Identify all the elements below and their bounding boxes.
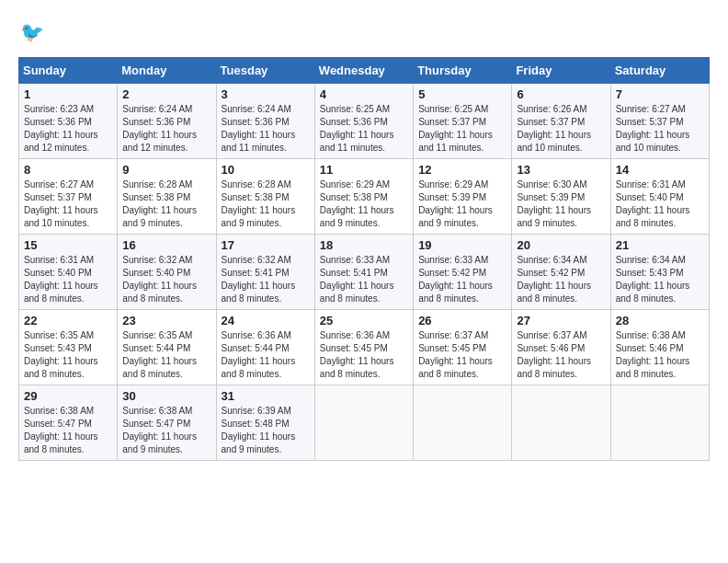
day-info: Sunrise: 6:38 AM Sunset: 5:46 PM Dayligh… (616, 329, 704, 381)
calendar-cell: 14 Sunrise: 6:31 AM Sunset: 5:40 PM Dayl… (610, 159, 709, 235)
day-number: 16 (122, 238, 210, 252)
calendar-cell (314, 385, 413, 461)
day-info: Sunrise: 6:38 AM Sunset: 5:47 PM Dayligh… (24, 405, 112, 456)
day-number: 20 (517, 238, 605, 252)
day-info: Sunrise: 6:29 AM Sunset: 5:38 PM Dayligh… (320, 178, 408, 230)
day-info: Sunrise: 6:25 AM Sunset: 5:36 PM Dayligh… (320, 103, 408, 155)
day-info: Sunrise: 6:23 AM Sunset: 5:36 PM Dayligh… (24, 103, 112, 155)
day-number: 4 (320, 87, 408, 101)
day-number: 12 (418, 163, 506, 177)
day-info: Sunrise: 6:33 AM Sunset: 5:41 PM Dayligh… (320, 254, 408, 305)
day-info: Sunrise: 6:27 AM Sunset: 5:37 PM Dayligh… (24, 178, 112, 230)
calendar-cell: 13 Sunrise: 6:30 AM Sunset: 5:39 PM Dayl… (512, 159, 610, 235)
day-number: 23 (122, 314, 210, 327)
day-header-sunday: Sunday (19, 58, 118, 84)
day-number: 28 (616, 314, 704, 327)
calendar-cell (610, 385, 709, 461)
calendar-cell: 15 Sunrise: 6:31 AM Sunset: 5:40 PM Dayl… (19, 235, 118, 310)
day-header-friday: Friday (512, 58, 610, 84)
day-number: 21 (616, 238, 704, 252)
day-info: Sunrise: 6:35 AM Sunset: 5:44 PM Dayligh… (122, 329, 210, 381)
day-number: 9 (122, 163, 210, 177)
calendar-cell: 25 Sunrise: 6:36 AM Sunset: 5:45 PM Dayl… (314, 310, 413, 385)
calendar-cell: 1 Sunrise: 6:23 AM Sunset: 5:36 PM Dayli… (19, 84, 118, 159)
day-number: 26 (418, 314, 506, 327)
calendar-week-1: 1 Sunrise: 6:23 AM Sunset: 5:36 PM Dayli… (19, 84, 710, 159)
day-number: 5 (418, 87, 506, 101)
day-info: Sunrise: 6:26 AM Sunset: 5:37 PM Dayligh… (517, 103, 605, 155)
day-header-thursday: Thursday (414, 58, 512, 84)
logo-icon: 🐦 (18, 18, 48, 48)
calendar-cell: 23 Sunrise: 6:35 AM Sunset: 5:44 PM Dayl… (118, 310, 216, 385)
calendar-cell: 30 Sunrise: 6:38 AM Sunset: 5:47 PM Dayl… (118, 385, 216, 461)
day-info: Sunrise: 6:24 AM Sunset: 5:36 PM Dayligh… (222, 103, 310, 155)
day-header-saturday: Saturday (610, 58, 709, 84)
calendar-cell: 28 Sunrise: 6:38 AM Sunset: 5:46 PM Dayl… (610, 310, 709, 385)
calendar-cell: 9 Sunrise: 6:28 AM Sunset: 5:38 PM Dayli… (118, 159, 216, 235)
day-info: Sunrise: 6:28 AM Sunset: 5:38 PM Dayligh… (122, 178, 210, 230)
day-number: 17 (222, 238, 310, 252)
day-info: Sunrise: 6:37 AM Sunset: 5:45 PM Dayligh… (418, 329, 506, 381)
day-number: 6 (517, 87, 605, 101)
day-info: Sunrise: 6:36 AM Sunset: 5:44 PM Dayligh… (222, 329, 310, 381)
day-info: Sunrise: 6:31 AM Sunset: 5:40 PM Dayligh… (24, 254, 112, 305)
calendar-cell: 2 Sunrise: 6:24 AM Sunset: 5:36 PM Dayli… (118, 84, 216, 159)
day-number: 11 (320, 163, 408, 177)
calendar-cell: 11 Sunrise: 6:29 AM Sunset: 5:38 PM Dayl… (314, 159, 413, 235)
day-info: Sunrise: 6:30 AM Sunset: 5:39 PM Dayligh… (517, 178, 605, 230)
day-number: 10 (222, 163, 310, 177)
calendar-cell: 6 Sunrise: 6:26 AM Sunset: 5:37 PM Dayli… (512, 84, 610, 159)
day-info: Sunrise: 6:31 AM Sunset: 5:40 PM Dayligh… (616, 178, 704, 230)
calendar-cell: 22 Sunrise: 6:35 AM Sunset: 5:43 PM Dayl… (19, 310, 118, 385)
day-number: 3 (222, 87, 310, 101)
day-number: 13 (517, 163, 605, 177)
day-info: Sunrise: 6:33 AM Sunset: 5:42 PM Dayligh… (418, 254, 506, 305)
day-number: 22 (24, 314, 112, 327)
calendar-cell: 5 Sunrise: 6:25 AM Sunset: 5:37 PM Dayli… (414, 84, 512, 159)
calendar-cell: 18 Sunrise: 6:33 AM Sunset: 5:41 PM Dayl… (314, 235, 413, 310)
logo: 🐦 (18, 18, 51, 48)
calendar-cell: 12 Sunrise: 6:29 AM Sunset: 5:39 PM Dayl… (414, 159, 512, 235)
day-info: Sunrise: 6:28 AM Sunset: 5:38 PM Dayligh… (222, 178, 310, 230)
day-info: Sunrise: 6:24 AM Sunset: 5:36 PM Dayligh… (122, 103, 210, 155)
calendar-week-2: 8 Sunrise: 6:27 AM Sunset: 5:37 PM Dayli… (19, 159, 710, 235)
calendar-cell: 20 Sunrise: 6:34 AM Sunset: 5:42 PM Dayl… (512, 235, 610, 310)
day-number: 24 (222, 314, 310, 327)
calendar-cell: 26 Sunrise: 6:37 AM Sunset: 5:45 PM Dayl… (414, 310, 512, 385)
day-header-monday: Monday (118, 58, 216, 84)
day-info: Sunrise: 6:27 AM Sunset: 5:37 PM Dayligh… (616, 103, 704, 155)
calendar-table: SundayMondayTuesdayWednesdayThursdayFrid… (18, 57, 710, 461)
day-number: 1 (24, 87, 112, 101)
day-number: 15 (24, 238, 112, 252)
day-number: 25 (320, 314, 408, 327)
calendar-cell: 31 Sunrise: 6:39 AM Sunset: 5:48 PM Dayl… (216, 385, 314, 461)
day-info: Sunrise: 6:32 AM Sunset: 5:40 PM Dayligh… (122, 254, 210, 305)
calendar-header-row: SundayMondayTuesdayWednesdayThursdayFrid… (19, 58, 710, 84)
day-info: Sunrise: 6:32 AM Sunset: 5:41 PM Dayligh… (222, 254, 310, 305)
calendar-cell: 24 Sunrise: 6:36 AM Sunset: 5:44 PM Dayl… (216, 310, 314, 385)
calendar-week-5: 29 Sunrise: 6:38 AM Sunset: 5:47 PM Dayl… (19, 385, 710, 461)
calendar-week-3: 15 Sunrise: 6:31 AM Sunset: 5:40 PM Dayl… (19, 235, 710, 310)
calendar-cell: 17 Sunrise: 6:32 AM Sunset: 5:41 PM Dayl… (216, 235, 314, 310)
day-info: Sunrise: 6:39 AM Sunset: 5:48 PM Dayligh… (222, 405, 310, 456)
day-number: 7 (616, 87, 704, 101)
day-number: 30 (122, 389, 210, 403)
calendar-cell (512, 385, 610, 461)
calendar-body: 1 Sunrise: 6:23 AM Sunset: 5:36 PM Dayli… (19, 84, 710, 461)
day-number: 2 (122, 87, 210, 101)
calendar-cell: 21 Sunrise: 6:34 AM Sunset: 5:43 PM Dayl… (610, 235, 709, 310)
calendar-cell: 10 Sunrise: 6:28 AM Sunset: 5:38 PM Dayl… (216, 159, 314, 235)
calendar-cell: 19 Sunrise: 6:33 AM Sunset: 5:42 PM Dayl… (414, 235, 512, 310)
calendar-cell: 7 Sunrise: 6:27 AM Sunset: 5:37 PM Dayli… (610, 84, 709, 159)
calendar-cell: 16 Sunrise: 6:32 AM Sunset: 5:40 PM Dayl… (118, 235, 216, 310)
day-number: 29 (24, 389, 112, 403)
calendar-cell: 8 Sunrise: 6:27 AM Sunset: 5:37 PM Dayli… (19, 159, 118, 235)
calendar-cell: 3 Sunrise: 6:24 AM Sunset: 5:36 PM Dayli… (216, 84, 314, 159)
day-number: 31 (222, 389, 310, 403)
day-info: Sunrise: 6:25 AM Sunset: 5:37 PM Dayligh… (418, 103, 506, 155)
day-info: Sunrise: 6:29 AM Sunset: 5:39 PM Dayligh… (418, 178, 506, 230)
day-info: Sunrise: 6:34 AM Sunset: 5:43 PM Dayligh… (616, 254, 704, 305)
calendar-cell: 4 Sunrise: 6:25 AM Sunset: 5:36 PM Dayli… (314, 84, 413, 159)
day-header-tuesday: Tuesday (216, 58, 314, 84)
day-number: 19 (418, 238, 506, 252)
